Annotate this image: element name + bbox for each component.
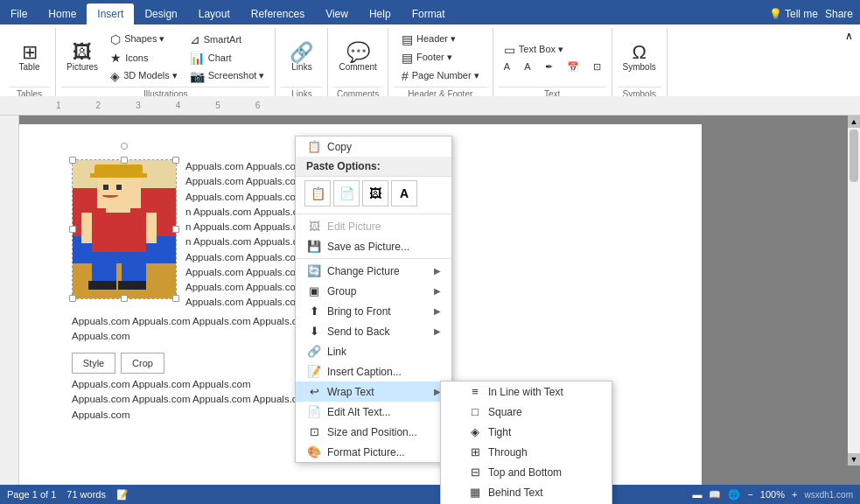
- footer-button[interactable]: ▤ Footer ▾: [396, 49, 485, 66]
- zoom-in-button[interactable]: +: [792, 489, 797, 500]
- page-number-button[interactable]: # Page Number ▾: [396, 67, 485, 85]
- alt-text-icon: 📄: [306, 405, 322, 418]
- paste-icon-4[interactable]: A: [391, 180, 417, 206]
- links-button[interactable]: 🔗 Links: [284, 40, 319, 74]
- icons-button[interactable]: ★ Icons: [105, 49, 183, 66]
- pictures-button[interactable]: 🖼 Pictures: [61, 40, 103, 74]
- textbox-button[interactable]: ▭ Text Box ▾: [499, 41, 606, 59]
- ctx-save-as-picture[interactable]: 💾 Save as Picture...: [296, 236, 451, 256]
- sub-through[interactable]: ⊞ Through: [441, 442, 612, 462]
- style-button[interactable]: Style: [72, 353, 115, 374]
- sub-behind-text[interactable]: ▦ Behind Text: [441, 482, 612, 502]
- signature-button[interactable]: ✒: [540, 60, 558, 74]
- pixel-art-image[interactable]: [73, 160, 176, 298]
- ctx-change-picture[interactable]: 🔄 Change Picture ▶: [296, 261, 451, 281]
- table-icon: ⊞: [22, 43, 38, 62]
- behind-icon: ▦: [467, 486, 483, 499]
- 3d-models-button[interactable]: ◈ 3D Models ▾: [105, 67, 183, 85]
- handle-br[interactable]: [172, 295, 179, 302]
- tab-help[interactable]: Help: [359, 4, 402, 24]
- ruler: 1 2 3 4 5 6: [0, 96, 860, 116]
- ctx-insert-caption[interactable]: 📝 Insert Caption...: [296, 361, 451, 382]
- symbols-button[interactable]: Ω Symbols: [618, 40, 661, 74]
- tab-format[interactable]: Format: [402, 4, 456, 24]
- ribbon-body: ⊞ Table Tables 🖼 Pictures ⬡ Shapes ▾ ★ I…: [0, 24, 860, 102]
- handle-tm[interactable]: [121, 157, 128, 164]
- view-print-layout[interactable]: ▬: [692, 489, 702, 500]
- header-button[interactable]: ▤ Header ▾: [396, 31, 485, 48]
- screenshot-button[interactable]: 📷 Screenshot ▾: [185, 67, 270, 85]
- ctx-wrap-text[interactable]: ↩ Wrap Text ▶ ≡ In Line with Text □ Squa…: [296, 382, 451, 402]
- bring-to-front-arrow: ▶: [434, 306, 441, 316]
- scroll-up-button[interactable]: ▲: [848, 116, 860, 128]
- tell-me-input[interactable]: 💡 Tell me: [769, 8, 818, 20]
- share-button[interactable]: Share: [825, 8, 853, 20]
- square-icon: □: [467, 405, 483, 418]
- ctx-send-to-back[interactable]: ⬇ Send to Back ▶: [296, 321, 451, 341]
- vertical-scrollbar[interactable]: ▲ ▼: [848, 116, 860, 466]
- sub-square[interactable]: □ Square: [441, 402, 612, 422]
- zoom-level: 100%: [760, 489, 785, 500]
- inline-icon: ≡: [467, 385, 483, 398]
- comment-button[interactable]: 💬 Comment: [333, 40, 381, 74]
- edit-picture-icon: 🖼: [306, 220, 322, 233]
- vertical-ruler: [0, 116, 19, 485]
- view-web-layout[interactable]: 🌐: [728, 489, 740, 500]
- watermark-text: wsxdh1.com: [804, 490, 853, 500]
- ctx-link[interactable]: 🔗 Link: [296, 341, 451, 361]
- ribbon-group-header-footer: ▤ Header ▾ ▤ Footer ▾ # Page Number ▾ He…: [388, 28, 493, 99]
- crop-button[interactable]: Crop: [121, 353, 164, 374]
- handle-ml[interactable]: [69, 226, 76, 233]
- ctx-edit-picture[interactable]: 🖼 Edit Picture: [296, 216, 451, 236]
- textbox-icon: ▭: [504, 43, 515, 57]
- tab-insert[interactable]: Insert: [87, 4, 134, 24]
- tab-layout[interactable]: Layout: [188, 4, 241, 24]
- handle-tl[interactable]: [69, 157, 76, 164]
- table-button[interactable]: ⊞ Table: [12, 40, 47, 74]
- chart-button[interactable]: 📊 Chart: [185, 49, 270, 66]
- ctx-format-picture[interactable]: 🎨 Format Picture...: [296, 442, 451, 462]
- sub-inline-with-text[interactable]: ≡ In Line with Text: [441, 382, 612, 402]
- smartart-button[interactable]: ⊿ SmartArt: [185, 31, 270, 48]
- sub-top-and-bottom[interactable]: ⊟ Top and Bottom: [441, 462, 612, 482]
- wrap-text-icon: ↩: [306, 385, 322, 398]
- paste-icon-3[interactable]: 🖼: [362, 180, 388, 206]
- rotation-handle[interactable]: [121, 143, 128, 150]
- scroll-thumb[interactable]: [850, 130, 858, 182]
- object-button[interactable]: ⊡: [588, 60, 606, 74]
- tab-file[interactable]: File: [0, 4, 38, 24]
- group-icon: ▣: [306, 284, 322, 298]
- sub-tight[interactable]: ◈ Tight: [441, 422, 612, 442]
- context-menu: 📋 Copy Paste Options: 📋 📄 🖼 A 🖼 Edit Pic…: [295, 136, 452, 463]
- view-read-mode[interactable]: 📖: [709, 489, 721, 500]
- date-button[interactable]: 📅: [562, 60, 584, 74]
- ctx-copy[interactable]: 📋 Copy: [296, 136, 451, 157]
- tab-view[interactable]: View: [315, 4, 359, 24]
- paste-icon-2[interactable]: 📄: [333, 180, 360, 206]
- paste-icon-1[interactable]: 📋: [304, 180, 331, 206]
- tab-design[interactable]: Design: [134, 4, 187, 24]
- tight-icon: ◈: [467, 425, 483, 438]
- ctx-bring-to-front[interactable]: ⬆ Bring to Front ▶: [296, 301, 451, 321]
- dropcap-button[interactable]: A: [519, 60, 535, 74]
- wordart-button[interactable]: A: [499, 60, 515, 74]
- size-position-icon: ⊡: [306, 425, 322, 438]
- zoom-out-button[interactable]: −: [747, 489, 752, 500]
- ribbon-group-links: 🔗 Links Links: [276, 28, 328, 99]
- handle-bm[interactable]: [121, 295, 128, 302]
- format-picture-icon: 🎨: [306, 445, 322, 458]
- ctx-group[interactable]: ▣ Group ▶: [296, 281, 451, 301]
- shapes-button[interactable]: ⬡ Shapes ▾: [105, 31, 183, 48]
- tab-references[interactable]: References: [241, 4, 315, 24]
- tab-home[interactable]: Home: [38, 4, 87, 24]
- pictures-icon: 🖼: [73, 43, 92, 62]
- handle-bl[interactable]: [69, 295, 76, 302]
- handle-mr[interactable]: [172, 226, 179, 233]
- handle-tr[interactable]: [172, 157, 179, 164]
- ctx-size-and-position[interactable]: ⊡ Size and Position...: [296, 422, 451, 442]
- ctx-edit-alt-text[interactable]: 📄 Edit Alt Text...: [296, 402, 451, 422]
- ribbon-collapse-button[interactable]: ∧: [842, 28, 857, 44]
- screenshot-icon: 📷: [190, 69, 205, 83]
- scroll-down-button[interactable]: ▼: [848, 453, 860, 466]
- group-arrow: ▶: [434, 286, 441, 296]
